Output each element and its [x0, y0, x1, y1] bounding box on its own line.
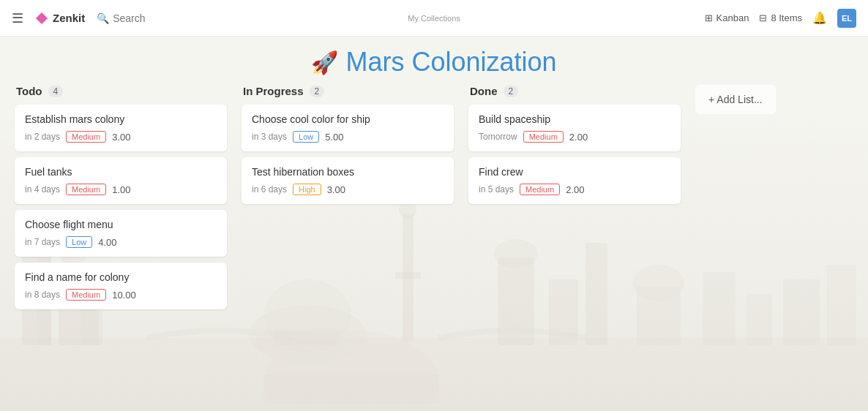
priority-badge: High: [293, 184, 321, 195]
priority-badge: Low: [293, 131, 319, 143]
card-title: Build spaceship: [479, 113, 670, 125]
search-icon: 🔍: [97, 12, 109, 24]
search-button[interactable]: 🔍 Search: [97, 12, 145, 24]
card-score: 5.00: [325, 132, 343, 143]
card[interactable]: Find a name for colonyin 8 daysMedium10.…: [15, 263, 227, 309]
column-count-todo: 4: [48, 86, 64, 97]
page-title-section: 🚀 Mars Colonization: [0, 37, 868, 85]
card-title: Find a name for colony: [25, 271, 217, 283]
column-header-in-progress: In Progress2: [242, 85, 454, 97]
items-count: 8 Items: [771, 12, 802, 23]
svg-marker-24: [36, 12, 48, 23]
card-score: 1.00: [112, 184, 130, 195]
header-center: My Collections: [293, 14, 575, 23]
page-title: 🚀 Mars Colonization: [311, 47, 556, 78]
search-label: Search: [113, 12, 145, 24]
kanban-button[interactable]: ⊞ Kanban: [705, 12, 749, 23]
card[interactable]: Choose flight menuin 7 daysLow4.00: [15, 210, 227, 257]
card-title: Establish mars colony: [25, 113, 217, 125]
card-days: Tomorrow: [479, 132, 517, 142]
logo-area[interactable]: Zenkit: [35, 12, 85, 25]
card[interactable]: Find crewin 5 daysMedium2.00: [468, 157, 681, 204]
card-days: in 4 days: [25, 184, 60, 195]
card-meta: in 2 daysMedium3.00: [25, 131, 217, 143]
card-title: Choose cool color for ship: [252, 113, 444, 125]
card-days: in 3 days: [252, 132, 287, 142]
column-title-in-progress: In Progress: [243, 85, 304, 97]
card-meta: in 3 daysLow5.00: [252, 131, 444, 143]
rocket-icon: 🚀: [311, 50, 338, 75]
collection-label: My Collections: [293, 14, 575, 23]
header-left: ☰ Zenkit 🔍 Search: [12, 10, 293, 26]
header-right: ⊞ Kanban ⊟ 8 Items 🔔 EL: [575, 9, 856, 28]
card-days: in 6 days: [252, 184, 287, 195]
card-meta: in 7 daysLow4.00: [25, 236, 217, 248]
column-header-done: Done2: [468, 85, 681, 97]
card[interactable]: Build spaceshipTomorrowMedium2.00: [468, 105, 681, 151]
column-title-todo: Todo: [16, 85, 42, 97]
notification-bell-icon[interactable]: 🔔: [812, 11, 827, 25]
svg-rect-23: [263, 374, 439, 404]
column-count-in-progress: 2: [310, 86, 325, 97]
menu-icon[interactable]: ☰: [12, 10, 23, 26]
card-days: in 8 days: [25, 290, 60, 300]
filter-button[interactable]: ⊟ 8 Items: [759, 12, 802, 23]
page-title-text: Mars Colonization: [345, 47, 556, 78]
card-days: in 2 days: [25, 132, 60, 142]
priority-badge: Medium: [523, 131, 564, 143]
card[interactable]: Fuel tanksin 4 daysMedium1.00: [15, 157, 227, 204]
card[interactable]: Choose cool color for shipin 3 daysLow5.…: [242, 105, 454, 151]
card-score: 2.00: [569, 132, 588, 143]
card-title: Fuel tanks: [25, 166, 217, 178]
kanban-icon: ⊞: [705, 12, 713, 23]
card-meta: in 5 daysMedium2.00: [479, 184, 670, 195]
column-in-progress: In Progress2Choose cool color for shipin…: [242, 85, 454, 315]
card-meta: in 6 daysHigh3.00: [252, 184, 444, 195]
card-title: Choose flight menu: [25, 219, 217, 230]
card-score: 3.00: [112, 132, 130, 143]
user-avatar[interactable]: EL: [837, 9, 856, 28]
card-days: in 7 days: [25, 237, 60, 247]
priority-badge: Medium: [66, 131, 106, 143]
card-score: 2.00: [566, 184, 584, 195]
card-score: 4.00: [98, 237, 116, 248]
logo-text: Zenkit: [53, 12, 85, 24]
card[interactable]: Establish mars colonyin 2 daysMedium3.00: [15, 105, 227, 151]
card-meta: in 4 daysMedium1.00: [25, 184, 217, 195]
logo-icon: [35, 12, 48, 25]
card-days: in 5 days: [479, 184, 514, 195]
priority-badge: Medium: [520, 184, 560, 195]
card-score: 3.00: [327, 184, 345, 195]
priority-badge: Medium: [66, 289, 106, 301]
card-title: Test hibernation boxes: [252, 166, 444, 178]
card[interactable]: Test hibernation boxesin 6 daysHigh3.00: [242, 157, 454, 204]
column-count-done: 2: [504, 86, 519, 97]
card-meta: TomorrowMedium2.00: [479, 131, 670, 143]
priority-badge: Medium: [66, 184, 106, 195]
kanban-board: Todo4Establish mars colonyin 2 daysMediu…: [0, 85, 868, 315]
filter-icon: ⊟: [759, 12, 767, 23]
priority-badge: Low: [66, 236, 92, 248]
column-header-todo: Todo4: [15, 85, 227, 97]
kanban-label: Kanban: [717, 12, 749, 23]
card-score: 10.00: [112, 290, 136, 301]
column-title-done: Done: [470, 85, 498, 97]
column-done: Done2Build spaceshipTomorrowMedium2.00Fi…: [468, 85, 681, 315]
card-title: Find crew: [479, 166, 670, 178]
add-list-button[interactable]: + Add List...: [695, 85, 776, 114]
card-meta: in 8 daysMedium10.00: [25, 289, 217, 301]
header: ☰ Zenkit 🔍 Search My Collections ⊞ Kanba…: [0, 0, 868, 37]
column-todo: Todo4Establish mars colonyin 2 daysMediu…: [15, 85, 227, 315]
